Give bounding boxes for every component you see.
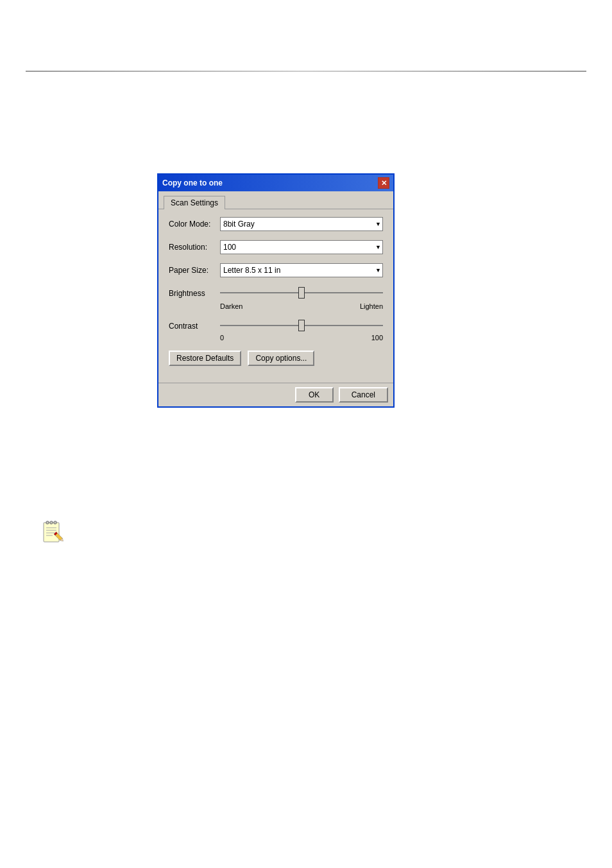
- top-divider: [26, 71, 586, 72]
- resolution-label: Resolution:: [169, 243, 220, 252]
- color-mode-select-wrapper[interactable]: 8bit Gray Black & White 24bit Color: [220, 217, 383, 231]
- paper-size-label: Paper Size:: [169, 266, 220, 275]
- dialog-footer: OK Cancel: [158, 383, 393, 406]
- dialog-window: Copy one to one ✕ Scan Settings Color Mo…: [157, 173, 395, 408]
- color-mode-control: 8bit Gray Black & White 24bit Color: [220, 217, 383, 231]
- contrast-slider-container: 0 100: [220, 319, 383, 342]
- contrast-max-label: 100: [371, 334, 383, 342]
- color-mode-label: Color Mode:: [169, 220, 220, 229]
- paper-size-control: Letter 8.5 x 11 in A4 Legal: [220, 263, 383, 277]
- brightness-label-row: Brightness Darken Lighten: [169, 286, 383, 310]
- dialog-container: Copy one to one ✕ Scan Settings Color Mo…: [157, 173, 395, 408]
- brightness-row: Brightness Darken Lighten: [169, 286, 383, 310]
- dialog-titlebar: Copy one to one ✕: [158, 175, 393, 191]
- resolution-select[interactable]: 100 200 300 600: [220, 240, 383, 254]
- copy-options-button[interactable]: Copy options...: [248, 351, 314, 366]
- dialog-body: Color Mode: 8bit Gray Black & White 24bi…: [158, 209, 393, 383]
- paper-size-select[interactable]: Letter 8.5 x 11 in A4 Legal: [220, 263, 383, 277]
- brightness-label: Brightness: [169, 286, 220, 298]
- resolution-select-wrapper[interactable]: 100 200 300 600: [220, 240, 383, 254]
- paper-size-row: Paper Size: Letter 8.5 x 11 in A4 Legal: [169, 263, 383, 277]
- brightness-slider[interactable]: [220, 286, 383, 299]
- dialog-title: Copy one to one: [162, 178, 378, 187]
- contrast-label: Contrast: [169, 319, 220, 331]
- brightness-min-label: Darken: [220, 302, 242, 310]
- dialog-tabbar: Scan Settings: [158, 191, 393, 209]
- color-mode-row: Color Mode: 8bit Gray Black & White 24bi…: [169, 217, 383, 231]
- restore-defaults-button[interactable]: Restore Defaults: [169, 351, 241, 366]
- cancel-button[interactable]: Cancel: [339, 387, 388, 403]
- contrast-number-labels: 0 100: [220, 334, 383, 342]
- contrast-slider[interactable]: [220, 319, 383, 332]
- note-icon-svg: [38, 520, 64, 546]
- dialog-close-button[interactable]: ✕: [378, 177, 389, 189]
- action-buttons-row: Restore Defaults Copy options...: [169, 351, 383, 366]
- resolution-row: Resolution: 100 200 300 600: [169, 240, 383, 254]
- brightness-max-label: Lighten: [360, 302, 383, 310]
- brightness-slider-container: Darken Lighten: [220, 286, 383, 310]
- brightness-sublabels: Darken Lighten: [220, 302, 383, 310]
- note-section: [38, 520, 64, 546]
- color-mode-select[interactable]: 8bit Gray Black & White 24bit Color: [220, 217, 383, 231]
- resolution-control: 100 200 300 600: [220, 240, 383, 254]
- contrast-min-label: 0: [220, 334, 224, 342]
- tab-scan-settings[interactable]: Scan Settings: [164, 196, 225, 209]
- ok-button[interactable]: OK: [295, 387, 334, 403]
- paper-size-select-wrapper[interactable]: Letter 8.5 x 11 in A4 Legal: [220, 263, 383, 277]
- contrast-row: Contrast 0 100: [169, 319, 383, 342]
- contrast-label-row: Contrast 0 100: [169, 319, 383, 342]
- note-icon: [38, 520, 64, 546]
